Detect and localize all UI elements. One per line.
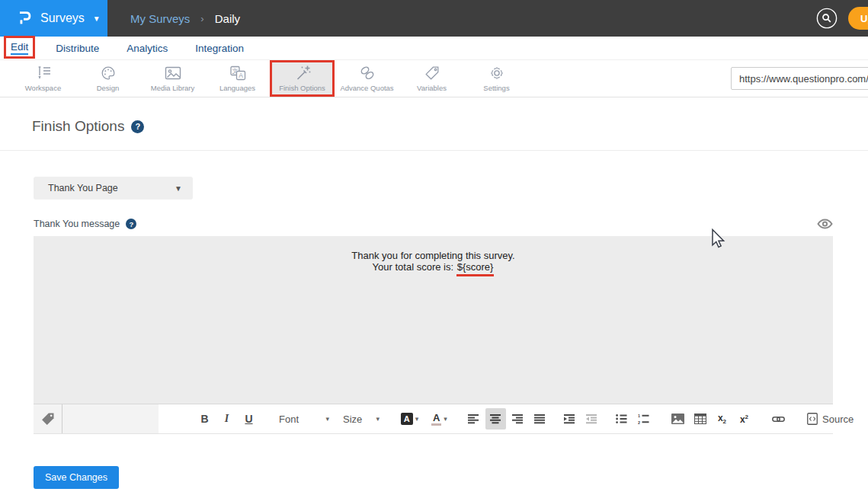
insert-image-button[interactable] [668,408,688,430]
message-label-row: Thank You message ? [34,218,833,230]
nav-item-languages[interactable]: 文 A Languages [205,60,270,97]
upgrade-button[interactable]: Up [848,7,868,30]
nav-label: Languages [219,84,255,92]
header-actions: Up [816,0,868,37]
nav-label: Advance Quotas [340,84,393,92]
nav-item-design[interactable]: Design [75,60,140,97]
superscript-button[interactable]: x2 [734,408,754,430]
nav-label: Settings [483,84,509,92]
justify-button[interactable] [530,408,550,430]
editor-toolbar-main: B I U Font ▾ Size ▾ A ▾ [159,404,868,433]
numbered-list-button[interactable]: 1 2 [633,408,654,430]
chevron-down-icon: ▼ [175,184,182,193]
source-label: Source [822,414,854,425]
editor-toolbar: B I U Font ▾ Size ▾ A ▾ [34,404,833,434]
subscript-glyph: x2 [718,413,726,425]
increase-indent-button[interactable] [559,408,580,430]
breadcrumb: My Surveys › Daily [130,0,240,37]
save-changes-button[interactable]: Save Changes [34,466,119,489]
chain-links-icon [358,65,376,81]
page-title-row: Finish Options ? [0,97,868,135]
nav-item-media-library[interactable]: Media Library [140,60,205,97]
italic-button[interactable]: I [216,408,237,430]
bulleted-list-button[interactable] [611,408,632,430]
background-color-swatch: A [401,413,413,425]
nav-label: Design [97,84,120,92]
insert-image-icon [671,414,684,424]
breadcrumb-separator: › [200,13,203,24]
subscript-button[interactable]: x2 [712,408,732,430]
image-icon [163,65,183,81]
size-dropdown[interactable]: Size ▾ [337,408,386,430]
chevron-down-icon: ▾ [415,415,419,423]
numbered-list-icon: 1 2 [638,414,649,424]
background-color-button[interactable]: A ▾ [399,408,420,430]
gear-icon [488,65,506,81]
dropdown-selected-value: Thank You Page [48,183,118,193]
editor-toolbar-left [34,404,159,433]
score-variable-annotated: ${score} [456,262,495,277]
bold-button[interactable]: B [194,408,215,430]
section-divider [0,150,868,151]
nav-label: Finish Options [279,84,325,92]
text-color-bar [431,423,441,426]
align-right-icon [512,414,524,424]
decrease-indent-icon [586,414,597,424]
breadcrumb-current-survey: Daily [215,12,240,25]
decrease-indent-button[interactable] [581,408,602,430]
search-button[interactable] [816,8,838,29]
align-center-button[interactable] [485,408,506,430]
svg-text:2: 2 [638,420,640,424]
preview-button[interactable] [817,218,833,230]
nav-item-workspace[interactable]: Workspace [11,60,75,97]
nav-item-variables[interactable]: Variables [399,60,464,97]
chevron-down-icon: ▾ [376,415,380,423]
text-color-button[interactable]: A ▾ [429,408,450,430]
insert-table-button[interactable] [690,408,710,430]
nav-label: Workspace [25,84,61,92]
align-right-button[interactable] [508,408,528,430]
help-icon[interactable]: ? [126,219,136,229]
product-label: Surveys [40,11,85,25]
edit-toolbar: Workspace Design Media Library [0,59,868,97]
finish-options-page: Finish Options ? Thank You Page ▼ Thank … [0,97,868,489]
editor-line-2: Your total score is: ${score} [34,262,833,277]
tab-distribute[interactable]: Distribute [56,43,99,54]
size-dropdown-label: Size [343,414,362,425]
link-icon [772,415,785,423]
svg-text:1: 1 [638,414,640,418]
survey-tabbar: Edit Distribute Analytics Integration [0,37,868,59]
translate-icon: 文 A [229,65,247,81]
editor-content-area[interactable]: Thank you for completing this survey. Yo… [34,236,833,404]
help-icon[interactable]: ? [131,120,144,133]
align-left-button[interactable] [463,408,484,430]
tab-analytics[interactable]: Analytics [127,43,168,54]
tab-edit[interactable]: Edit [11,41,28,55]
font-dropdown[interactable]: Font ▾ [273,408,335,430]
nav-label: Media Library [151,84,195,92]
page-title: Finish Options [32,118,124,135]
source-doc-icon [807,413,818,425]
nav-item-settings[interactable]: Settings [464,60,529,97]
surveys-product-menu[interactable]: Surveys ▼ [0,0,107,37]
underline-button[interactable]: U [239,408,259,430]
text-color-swatch: A [431,413,441,426]
nav-item-finish-options[interactable]: Finish Options [270,60,335,97]
insert-link-button[interactable] [768,408,789,430]
chevron-down-icon: ▾ [325,415,329,423]
app-window: Surveys ▼ My Surveys › Daily Up Edit Dis… [0,0,868,495]
justify-icon [534,414,546,424]
editor-line-2-prefix: Your total score is: [373,261,456,273]
tab-integration[interactable]: Integration [195,43,244,54]
tag-icon [423,65,441,81]
top-header: Surveys ▼ My Surveys › Daily Up [0,0,868,37]
finish-type-dropdown[interactable]: Thank You Page ▼ [34,177,193,200]
increase-indent-icon [564,414,575,424]
merge-tag-button[interactable] [34,404,62,433]
survey-url-input[interactable] [731,67,868,90]
source-button[interactable]: Source [802,408,858,430]
breadcrumb-my-surveys[interactable]: My Surveys [130,12,190,25]
questionpro-logo-icon [15,9,34,27]
nav-item-advance-quotas[interactable]: Advance Quotas [335,60,399,97]
tab-edit-label: Edit [11,41,28,53]
